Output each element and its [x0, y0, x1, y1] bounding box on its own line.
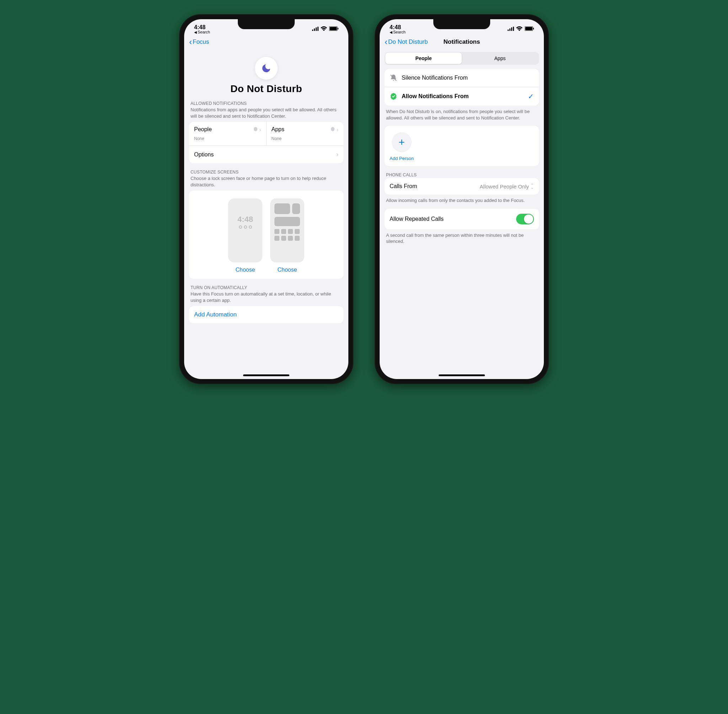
svg-rect-12: [526, 27, 532, 31]
mode-desc: When Do Not Disturb is on, notifications…: [386, 108, 538, 121]
wifi-icon: [321, 26, 327, 32]
section-header-customize: CUSTOMIZE SCREENS: [190, 170, 342, 175]
allow-option[interactable]: Allow Notifications From ✓: [385, 87, 539, 106]
mode-card: Silence Notifications From Allow Notific…: [385, 69, 539, 106]
allowed-card: People › None Apps: [189, 122, 343, 163]
svg-rect-0: [312, 30, 313, 31]
calls-desc: Allow incoming calls from only the conta…: [386, 197, 538, 204]
svg-rect-3: [318, 27, 319, 31]
lock-screen-mock[interactable]: 4:48: [228, 198, 262, 262]
add-automation-button[interactable]: Add Automation: [189, 306, 343, 323]
svg-rect-1: [314, 28, 315, 31]
silence-option[interactable]: Silence Notifications From: [385, 69, 539, 87]
repeated-calls-row: Allow Repeated Calls: [385, 209, 539, 230]
people-cell[interactable]: People › None: [189, 122, 266, 146]
page-title: Do Not Disturb: [189, 83, 343, 94]
notch: [238, 19, 295, 29]
svg-rect-8: [509, 28, 511, 31]
chevron-right-icon: ›: [337, 127, 339, 133]
battery-icon: [329, 26, 339, 32]
chevron-left-icon: ‹: [385, 37, 388, 47]
notch: [433, 19, 490, 29]
home-indicator[interactable]: [439, 374, 485, 376]
check-badge-icon: [389, 93, 397, 100]
breadcrumb-back[interactable]: ◀ Search: [194, 30, 210, 34]
svg-rect-5: [330, 27, 337, 31]
nav-back-button[interactable]: ‹ Focus: [189, 37, 209, 47]
chevron-right-icon: ›: [259, 127, 261, 133]
calls-from-row[interactable]: Calls From Allowed People Only ⌃⌄: [385, 178, 539, 195]
signal-icon: [312, 26, 319, 32]
section-desc-auto: Have this Focus turn on automatically at…: [190, 291, 342, 303]
repeated-desc: A second call from the same person withi…: [386, 232, 538, 244]
segment-apps[interactable]: Apps: [462, 52, 538, 64]
choose-home-button[interactable]: Choose: [277, 267, 297, 273]
chevron-right-icon: ›: [336, 151, 339, 158]
segmented-control: People Apps: [385, 52, 539, 65]
section-header-auto: TURN ON AUTOMATICALLY: [190, 285, 342, 290]
section-header-phone-calls: PHONE CALLS: [386, 172, 538, 177]
phone-frame-right: 4:48 ◀ Search ‹ Do N: [374, 14, 549, 384]
chevron-left-icon: ◀: [389, 30, 392, 34]
battery-icon: [525, 26, 534, 32]
apps-cell[interactable]: Apps › None: [266, 122, 344, 146]
plus-icon: +: [392, 132, 412, 152]
svg-rect-10: [513, 27, 514, 31]
section-header-allowed: ALLOWED NOTIFICATIONS: [190, 101, 342, 106]
checkmark-icon: ✓: [528, 92, 534, 100]
svg-rect-13: [533, 28, 534, 30]
chevron-left-icon: ‹: [189, 37, 192, 47]
badge-icon: [330, 127, 335, 133]
screen-left: 4:48 ◀ Search ‹ Focu: [184, 19, 348, 379]
svg-rect-6: [338, 28, 339, 30]
add-person-card: + Add Person: [385, 126, 539, 166]
home-indicator[interactable]: [243, 374, 289, 376]
segment-people[interactable]: People: [385, 52, 462, 64]
badge-icon: [253, 127, 258, 133]
choose-lock-button[interactable]: Choose: [235, 267, 255, 273]
bell-slash-icon: [389, 74, 397, 82]
section-desc-customize: Choose a lock screen face or home page t…: [190, 175, 342, 188]
screen-right: 4:48 ◀ Search ‹ Do N: [380, 19, 544, 379]
add-person-button[interactable]: + Add Person: [389, 132, 414, 161]
up-down-chevron-icon: ⌃⌄: [530, 184, 534, 189]
options-row[interactable]: Options ›: [189, 146, 343, 163]
home-screen-mock[interactable]: [270, 198, 304, 262]
dnd-icon: [255, 57, 278, 80]
svg-rect-7: [508, 30, 509, 31]
svg-rect-9: [511, 27, 512, 31]
wifi-icon: [516, 26, 523, 32]
nav-back-button[interactable]: ‹ Do Not Disturb: [385, 37, 428, 47]
customize-screens-card: 4:48 Choose Choose: [189, 190, 343, 279]
breadcrumb-back[interactable]: ◀ Search: [389, 30, 406, 34]
section-desc-allowed: Notifications from apps and people you s…: [190, 106, 342, 119]
phone-frame-left: 4:48 ◀ Search ‹ Focu: [179, 14, 354, 384]
signal-icon: [508, 26, 514, 32]
chevron-left-icon: ◀: [194, 30, 197, 34]
repeated-calls-toggle[interactable]: [516, 214, 534, 224]
svg-rect-2: [316, 27, 317, 31]
